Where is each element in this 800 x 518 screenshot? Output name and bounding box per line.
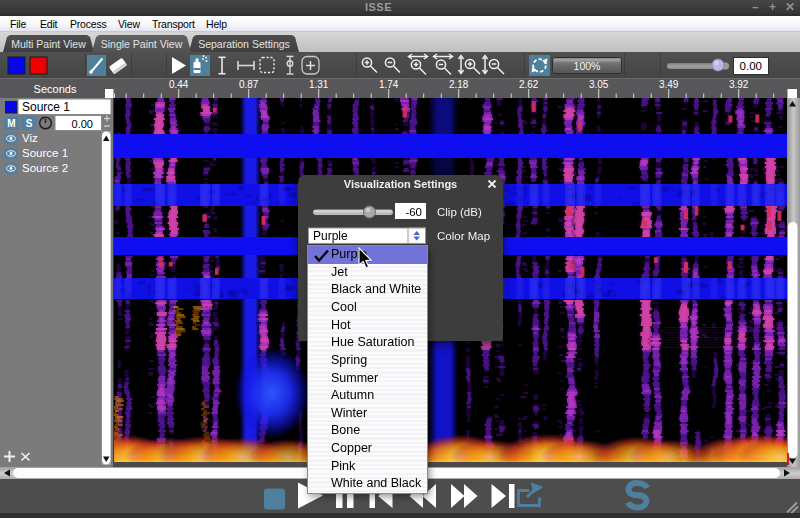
svg-text:3.49: 3.49 [659,79,679,90]
svg-text:3.05: 3.05 [589,79,609,90]
svg-text:Clip (dB): Clip (dB) [437,206,482,218]
svg-text:S: S [26,118,33,129]
svg-text:0.00: 0.00 [72,118,93,130]
svg-text:Source 1: Source 1 [22,147,68,159]
svg-text:0.00: 0.00 [740,60,762,72]
svg-text:100%: 100% [574,60,601,72]
svg-text:Color Map: Color Map [437,230,490,242]
svg-text:1.74: 1.74 [379,79,399,90]
svg-text:Source 1: Source 1 [22,100,70,114]
svg-text:M: M [7,118,15,129]
svg-text:Viz: Viz [22,132,38,144]
svg-text:2.62: 2.62 [519,79,539,90]
svg-text:Source 2: Source 2 [22,162,68,174]
svg-text:Seconds: Seconds [34,83,77,95]
svg-text:3.92: 3.92 [729,79,749,90]
svg-text:2.18: 2.18 [449,79,469,90]
svg-text:1.31: 1.31 [309,79,329,90]
svg-text:0.44: 0.44 [169,79,189,90]
svg-text:0.87: 0.87 [239,79,259,90]
svg-text:-60: -60 [405,206,422,218]
svg-text:Purple: Purple [313,229,348,243]
